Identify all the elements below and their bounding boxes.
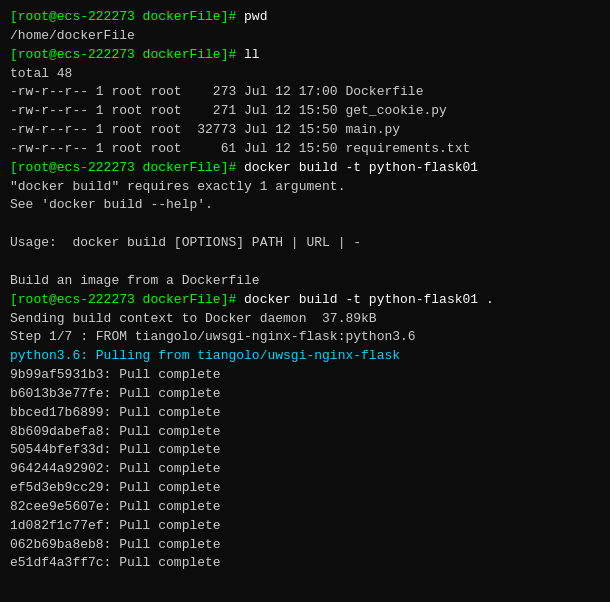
terminal-line: total 48 <box>10 65 600 84</box>
terminal-line: [root@ecs-222273 dockerFile]# ll <box>10 46 600 65</box>
terminal-line: b6013b3e77fe: Pull complete <box>10 385 600 404</box>
terminal-line: [root@ecs-222273 dockerFile]# docker bui… <box>10 159 600 178</box>
terminal-line: python3.6: Pulling from tiangolo/uwsgi-n… <box>10 347 600 366</box>
terminal-line: [root@ecs-222273 dockerFile]# docker bui… <box>10 291 600 310</box>
terminal-line: 062b69ba8eb8: Pull complete <box>10 536 600 555</box>
command-text: ll <box>236 47 259 62</box>
terminal-line: /home/dockerFile <box>10 27 600 46</box>
prompt-text: [root@ecs-222273 dockerFile]# <box>10 47 236 62</box>
terminal-line: 1d082f1c77ef: Pull complete <box>10 517 600 536</box>
prompt-text: [root@ecs-222273 dockerFile]# <box>10 9 236 24</box>
terminal-line: 9b99af5931b3: Pull complete <box>10 366 600 385</box>
terminal-line: -rw-r--r-- 1 root root 271 Jul 12 15:50 … <box>10 102 600 121</box>
terminal-line: 50544bfef33d: Pull complete <box>10 441 600 460</box>
prompt-text: [root@ecs-222273 dockerFile]# <box>10 160 236 175</box>
terminal-line: "docker build" requires exactly 1 argume… <box>10 178 600 197</box>
command-text: docker build -t python-flask01 <box>236 160 478 175</box>
terminal-line: -rw-r--r-- 1 root root 273 Jul 12 17:00 … <box>10 83 600 102</box>
terminal-line: 8b609dabefa8: Pull complete <box>10 423 600 442</box>
terminal-line: Step 1/7 : FROM tiangolo/uwsgi-nginx-fla… <box>10 328 600 347</box>
command-text: pwd <box>236 9 267 24</box>
terminal-line: 964244a92902: Pull complete <box>10 460 600 479</box>
terminal-line: Usage: docker build [OPTIONS] PATH | URL… <box>10 234 600 253</box>
terminal-line: -rw-r--r-- 1 root root 61 Jul 12 15:50 r… <box>10 140 600 159</box>
terminal-line: 82cee9e5607e: Pull complete <box>10 498 600 517</box>
terminal-line: See 'docker build --help'. <box>10 196 600 215</box>
prompt-text: [root@ecs-222273 dockerFile]# <box>10 292 236 307</box>
command-text: docker build -t python-flask01 . <box>236 292 493 307</box>
terminal-window: [root@ecs-222273 dockerFile]# pwd/home/d… <box>0 0 610 602</box>
terminal-line: [root@ecs-222273 dockerFile]# pwd <box>10 8 600 27</box>
terminal-line: Sending build context to Docker daemon 3… <box>10 310 600 329</box>
terminal-line: -rw-r--r-- 1 root root 32773 Jul 12 15:5… <box>10 121 600 140</box>
terminal-line: ef5d3eb9cc29: Pull complete <box>10 479 600 498</box>
terminal-line: Build an image from a Dockerfile <box>10 272 600 291</box>
terminal-line: e51df4a3ff7c: Pull complete <box>10 554 600 573</box>
terminal-line: bbced17b6899: Pull complete <box>10 404 600 423</box>
